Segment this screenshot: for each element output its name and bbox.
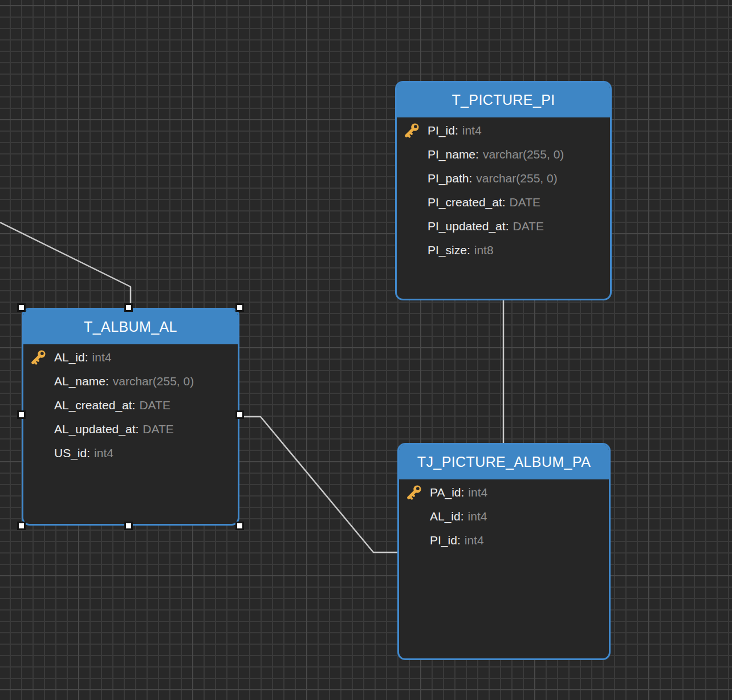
table-tj-picture-album-pa[interactable]: TJ_PICTURE_ALBUM_PA PA_id: int4 AL_id: bbox=[397, 443, 611, 660]
table-row[interactable]: AL_created_at: DATE bbox=[23, 393, 238, 417]
field-name: PI_path bbox=[428, 172, 469, 185]
resize-handle-middle-left[interactable] bbox=[17, 410, 26, 419]
table-row[interactable]: AL_name: varchar(255, 0) bbox=[23, 369, 238, 393]
field-type: int4 bbox=[468, 486, 487, 499]
field-colon: : bbox=[506, 219, 509, 233]
field-colon: : bbox=[87, 446, 90, 460]
resize-handle-bottom-left[interactable] bbox=[17, 522, 26, 530]
table-row[interactable]: PI_id: int4 bbox=[399, 528, 609, 552]
field-colon: : bbox=[132, 398, 136, 412]
resize-handle-bottom-right[interactable] bbox=[235, 522, 244, 530]
table-title: T_PICTURE_PI bbox=[452, 92, 555, 108]
field-colon: : bbox=[469, 172, 472, 185]
table-row[interactable]: AL_updated_at: DATE bbox=[23, 417, 238, 441]
field-colon: : bbox=[85, 351, 88, 364]
field-name: AL_created_at bbox=[54, 398, 132, 412]
field-type: varchar(255, 0) bbox=[476, 172, 557, 185]
field-colon: : bbox=[461, 486, 464, 499]
field-colon: : bbox=[467, 243, 470, 257]
field-type: int8 bbox=[474, 243, 494, 257]
table-t-picture-pi[interactable]: T_PICTURE_PI PI_id: int4 PI_name: bbox=[395, 81, 612, 300]
field-name: PA_id bbox=[430, 486, 461, 499]
field-name: PI_created_at bbox=[428, 196, 502, 209]
field-type: varchar(255, 0) bbox=[483, 148, 564, 161]
table-row[interactable]: PI_path: varchar(255, 0) bbox=[397, 166, 610, 190]
field-colon: : bbox=[457, 534, 461, 547]
field-type: DATE bbox=[139, 398, 170, 412]
resize-handle-top-right[interactable] bbox=[235, 303, 244, 312]
table-row[interactable]: PI_size: int8 bbox=[397, 238, 610, 262]
field-colon: : bbox=[502, 196, 506, 209]
table-row[interactable]: US_id: int4 bbox=[23, 441, 238, 465]
field-type: DATE bbox=[510, 196, 540, 209]
field-type: int4 bbox=[465, 534, 484, 547]
field-name: AL_id bbox=[430, 510, 461, 523]
field-colon: : bbox=[455, 124, 458, 137]
field-name: US_id bbox=[54, 446, 87, 460]
field-name: PI_id bbox=[430, 534, 457, 547]
table-header[interactable]: T_ALBUM_AL bbox=[23, 310, 238, 344]
table-row[interactable]: PI_updated_at: DATE bbox=[397, 214, 610, 238]
field-colon: : bbox=[135, 422, 139, 436]
field-type: DATE bbox=[513, 219, 543, 233]
field-name: PI_id bbox=[428, 124, 455, 137]
field-type: int4 bbox=[468, 510, 487, 523]
table-field-list: PI_id: int4 PI_name: varchar(255, 0) PI_… bbox=[397, 117, 610, 262]
table-title: T_ALBUM_AL bbox=[84, 319, 177, 335]
table-row[interactable]: AL_id: int4 bbox=[399, 504, 609, 528]
primary-key-icon bbox=[30, 349, 47, 366]
field-name: AL_updated_at bbox=[54, 422, 135, 436]
field-type: DATE bbox=[143, 422, 173, 436]
table-title: TJ_PICTURE_ALBUM_PA bbox=[417, 454, 591, 470]
table-row[interactable]: AL_id: int4 bbox=[23, 345, 238, 369]
field-name: AL_id bbox=[54, 351, 85, 364]
field-name: AL_name bbox=[54, 375, 105, 388]
field-type: int4 bbox=[92, 351, 112, 364]
field-type: varchar(255, 0) bbox=[113, 375, 194, 388]
field-colon: : bbox=[105, 375, 109, 388]
field-name: PI_updated_at bbox=[428, 219, 506, 233]
table-field-list: AL_id: int4 AL_name: varchar(255, 0) AL_… bbox=[23, 344, 238, 465]
primary-key-icon bbox=[405, 484, 422, 501]
field-type: int4 bbox=[94, 446, 113, 460]
resize-handle-top-center[interactable] bbox=[124, 303, 133, 312]
table-header[interactable]: TJ_PICTURE_ALBUM_PA bbox=[399, 445, 609, 479]
diagram-canvas[interactable]: T_PICTURE_PI PI_id: int4 PI_name: bbox=[0, 0, 732, 700]
table-t-album-al[interactable]: T_ALBUM_AL AL_id: int4 AL_name: bbox=[22, 308, 239, 526]
relationship-wire-album-junction[interactable] bbox=[239, 417, 397, 552]
field-name: PI_size bbox=[428, 243, 467, 257]
resize-handle-bottom-center[interactable] bbox=[124, 522, 133, 530]
table-header[interactable]: T_PICTURE_PI bbox=[397, 83, 610, 117]
table-row[interactable]: PA_id: int4 bbox=[399, 481, 609, 504]
table-row[interactable]: PI_name: varchar(255, 0) bbox=[397, 143, 610, 166]
table-field-list: PA_id: int4 AL_id: int4 PI_id: int4 bbox=[399, 479, 609, 552]
field-colon: : bbox=[475, 148, 479, 161]
table-row[interactable]: PI_id: int4 bbox=[397, 119, 610, 143]
relationship-wire-album-offscreen[interactable] bbox=[0, 222, 131, 308]
field-colon: : bbox=[461, 510, 464, 523]
table-row[interactable]: PI_created_at: DATE bbox=[397, 190, 610, 214]
field-type: int4 bbox=[462, 124, 482, 137]
resize-handle-middle-right[interactable] bbox=[235, 410, 244, 419]
field-name: PI_name bbox=[428, 148, 475, 161]
resize-handle-top-left[interactable] bbox=[17, 303, 26, 312]
primary-key-icon bbox=[403, 122, 420, 139]
